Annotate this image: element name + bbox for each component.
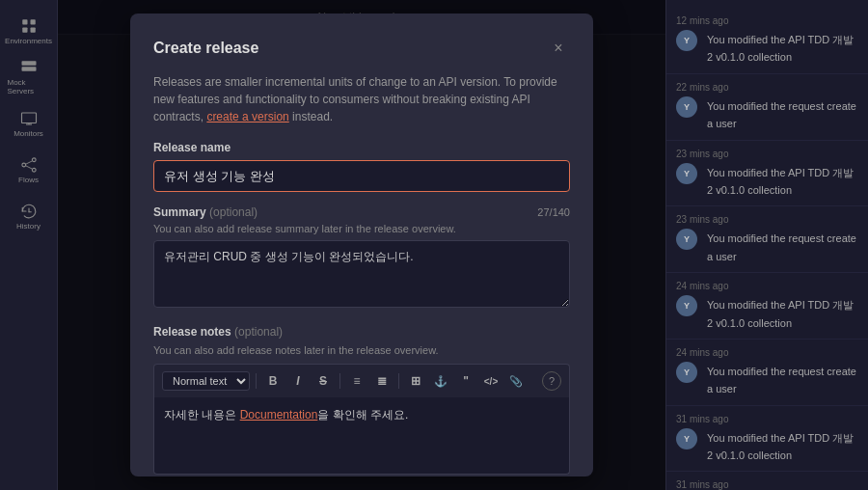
svg-line-15: [25, 165, 32, 168]
sidebar-item-flows[interactable]: Flows: [8, 149, 50, 191]
activity-text: You modified the request create a user: [707, 232, 856, 261]
activity-time: 22 mins ago: [676, 82, 858, 93]
rte-editor[interactable]: 자세한 내용은 Documentation을 확인해 주세요.: [153, 397, 570, 475]
activity-time: 24 mins ago: [676, 281, 858, 291]
avatar: Y: [676, 428, 697, 449]
activity-item: 24 mins agoYYou modified the API TDD 개발2…: [666, 273, 868, 340]
activity-item: 12 mins agoYYou modified the API TDD 개발2…: [666, 8, 868, 74]
activity-time: 12 mins ago: [676, 15, 858, 26]
activity-item: 23 mins agoYYou modified the API TDD 개발2…: [666, 141, 868, 207]
activity-time: 23 mins ago: [676, 149, 858, 159]
activity-row: YYou modified the API TDD 개발2 v0.1.0 col…: [676, 30, 858, 66]
modal-description: Releases are smaller incremental units o…: [153, 73, 570, 125]
modal-header: Create release ×: [153, 37, 570, 60]
sidebar-item-label: Flows: [18, 176, 39, 184]
documentation-link[interactable]: Documentation: [240, 408, 318, 422]
modal-overlay: Create release × Releases are smaller in…: [58, 0, 665, 490]
activity-row: YYou modified the request create a user: [676, 96, 858, 132]
activity-time: 31 mins ago: [676, 479, 858, 490]
summary-hint: You can also add release summary later i…: [153, 223, 570, 234]
summary-textarea[interactable]: 유저관리 CRUD 중 생성 기능이 완성되었습니다.: [153, 240, 570, 308]
svg-point-6: [32, 62, 34, 64]
activity-row: YYou modified the request create a user: [676, 229, 858, 264]
sidebar: Environments Mock Servers Monitors Flows…: [0, 0, 58, 490]
help-button[interactable]: ?: [542, 371, 561, 391]
svg-rect-2: [22, 27, 27, 32]
create-release-modal: Create release × Releases are smaller in…: [130, 14, 593, 476]
code-button[interactable]: </>: [480, 370, 502, 392]
sidebar-item-label: Mock Servers: [8, 78, 50, 95]
flow-icon: [20, 156, 38, 174]
history-icon: [20, 203, 38, 220]
rte-toolbar: Normal text B I S ≡ ≣ ⊞ ⚓ " </> 📎 ?: [153, 364, 570, 397]
avatar: Y: [676, 362, 697, 383]
summary-count: 27/140: [537, 206, 570, 218]
svg-rect-1: [30, 19, 35, 24]
activity-row: YYou modified the API TDD 개발2 v0.1.0 col…: [676, 163, 858, 199]
notes-label: Release notes (optional): [153, 325, 570, 339]
grid-icon: [20, 17, 38, 35]
toolbar-divider: [256, 373, 257, 389]
activity-text: You modified the API TDD 개발2 v0.1.0 coll…: [707, 432, 854, 461]
blockquote-button[interactable]: ": [455, 370, 476, 392]
strikethrough-button[interactable]: S: [312, 370, 334, 392]
avatar: Y: [676, 229, 697, 250]
monitor-icon: [20, 110, 38, 127]
activity-row: YYou modified the API TDD 개발2 v0.1.0 col…: [676, 295, 858, 331]
svg-rect-3: [30, 27, 35, 32]
main-area: About this version Create release × Rele…: [58, 0, 665, 490]
attachment-button[interactable]: 📎: [505, 370, 527, 392]
close-button[interactable]: ×: [547, 37, 570, 60]
link-button[interactable]: ⚓: [430, 370, 451, 392]
activity-text: You modified the API TDD 개발2 v0.1.0 coll…: [707, 167, 854, 196]
activity-item: 24 mins agoYYou modified the request cre…: [666, 340, 868, 406]
svg-point-11: [21, 163, 25, 167]
avatar: Y: [676, 96, 697, 118]
sidebar-item-mock-servers[interactable]: Mock Servers: [8, 56, 50, 98]
activity-text: You modified the API TDD 개발2 v0.1.0 coll…: [707, 34, 854, 63]
sidebar-item-label: History: [16, 222, 41, 231]
activity-time: 23 mins ago: [676, 214, 858, 225]
ordered-list-button[interactable]: ≣: [371, 370, 393, 392]
activity-row: YYou modified the request create a user: [676, 362, 858, 397]
svg-line-14: [25, 160, 32, 163]
activity-text: You modified the API TDD 개발2 v0.1.0 coll…: [707, 299, 854, 328]
italic-button[interactable]: I: [287, 370, 309, 392]
avatar: Y: [676, 30, 697, 51]
release-name-label: Release name: [153, 141, 570, 154]
modal-title: Create release: [153, 40, 258, 57]
activity-item: 22 mins agoYYou modified the request cre…: [666, 74, 868, 141]
table-button[interactable]: ⊞: [405, 370, 426, 392]
activity-text: You modified the request create a user: [707, 366, 856, 395]
activity-row: YYou modified the API TDD 개발2 v0.1.0 col…: [676, 428, 858, 464]
avatar: Y: [676, 163, 697, 184]
sidebar-item-monitors[interactable]: Monitors: [8, 102, 50, 145]
toolbar-divider-3: [398, 373, 399, 389]
release-name-input[interactable]: [153, 160, 570, 192]
activity-time: 24 mins ago: [676, 347, 858, 358]
format-select[interactable]: Normal text: [162, 371, 250, 391]
sidebar-item-history[interactable]: History: [8, 195, 50, 237]
sidebar-item-label: Environments: [5, 37, 52, 45]
summary-section: Summary (optional) 27/140 You can also a…: [153, 205, 570, 312]
notes-section: Release notes (optional) You can also ad…: [153, 325, 570, 475]
sidebar-item-label: Monitors: [14, 129, 43, 138]
summary-label: Summary (optional): [153, 205, 258, 219]
bullet-list-button[interactable]: ≡: [346, 370, 367, 392]
summary-header: Summary (optional) 27/140: [153, 205, 570, 219]
sidebar-item-environments[interactable]: Environments: [8, 10, 50, 52]
avatar: Y: [676, 295, 697, 316]
create-version-link[interactable]: create a version: [206, 110, 288, 123]
bold-button[interactable]: B: [262, 370, 284, 392]
svg-point-7: [32, 68, 34, 69]
toolbar-divider-2: [339, 373, 340, 389]
svg-rect-8: [21, 113, 36, 123]
svg-point-13: [32, 168, 36, 172]
activity-text: You modified the request create a user: [707, 100, 856, 129]
activity-item: 23 mins agoYYou modified the request cre…: [666, 206, 868, 273]
activity-item: 31 mins agoYYou modified the request cre…: [666, 472, 868, 490]
notes-hint: You can also add release notes later in …: [153, 344, 570, 356]
server-icon: [20, 59, 38, 76]
activity-panel: 12 mins agoYYou modified the API TDD 개발2…: [665, 0, 868, 490]
svg-rect-0: [22, 19, 27, 24]
